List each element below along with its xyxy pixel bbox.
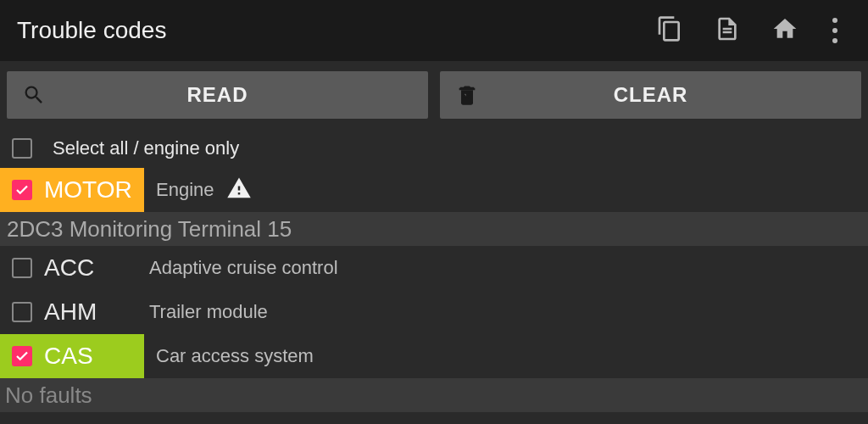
read-button[interactable]: READ [7,71,428,119]
warning-icon [226,176,252,204]
page-title: Trouble codes [17,17,656,44]
read-button-label: READ [186,83,248,107]
home-icon[interactable] [771,15,798,46]
module-row-ahm[interactable]: AHM Trailer module [0,290,868,334]
clear-button[interactable]: CLEAR [440,71,861,119]
module-badge: CAS [0,334,144,378]
clear-button-label: CLEAR [614,83,688,107]
trash-icon [455,83,479,107]
module-name: Trailer module [149,301,268,323]
module-checkbox[interactable] [12,346,32,366]
search-icon [22,83,46,107]
more-icon[interactable] [829,14,841,47]
module-name: Engine [156,179,214,201]
topbar-actions [656,14,851,47]
module-checkbox[interactable] [12,180,32,200]
module-code: ACC [44,254,137,282]
module-checkbox[interactable] [12,258,32,278]
fault-row: 2DC3 Monitoring Terminal 15 [0,212,868,246]
select-all-row: Select all / engine only [0,129,868,168]
no-faults-label: No faults [5,382,92,409]
select-all-label: Select all / engine only [53,137,239,159]
copy-icon[interactable] [656,15,683,46]
document-icon[interactable] [714,15,741,46]
module-code: MOTOR [44,176,132,204]
module-badge: MOTOR [0,168,144,212]
module-row-acc[interactable]: ACC Adaptive cruise control [0,246,868,290]
module-row-cas[interactable]: CAS Car access system [0,334,868,378]
no-faults-row: No faults [0,378,868,412]
module-row-motor[interactable]: MOTOR Engine [0,168,868,212]
module-code: CAS [44,343,93,370]
action-row: READ CLEAR [0,61,868,129]
module-code: AHM [44,298,137,326]
module-name: Car access system [156,345,314,367]
fault-text: 2DC3 Monitoring Terminal 15 [7,216,292,243]
module-name: Adaptive cruise control [149,257,338,279]
module-checkbox[interactable] [12,302,32,322]
select-all-checkbox[interactable] [12,138,32,159]
topbar: Trouble codes [0,0,868,61]
